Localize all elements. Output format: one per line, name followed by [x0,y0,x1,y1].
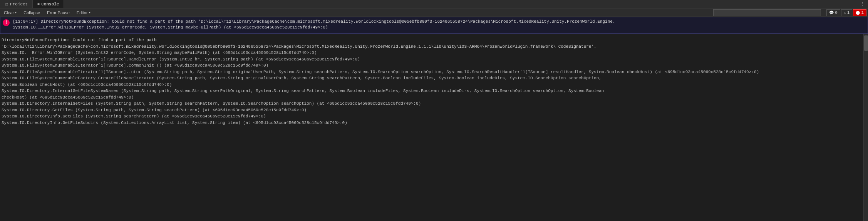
log-line: System.Boolean checkHost) (at <695d1cc93… [2,82,862,88]
scrollbar-thumb[interactable] [864,35,868,51]
clear-dropdown-icon: ▾ [15,11,17,14]
clear-button[interactable]: Clear ▾ [2,9,19,16]
log-line: System.IO.Directory.GetFiles (System.Str… [2,107,862,114]
log-area[interactable]: DirectoryNotFoundException: Could not fi… [0,34,863,221]
warn-icon: ⚠ [844,10,846,15]
warn-badge[interactable]: ⚠ 1 [841,9,853,16]
info-badge[interactable]: 💬 0 [826,9,840,16]
log-line: System.IO.Directory.InternalGetFileSyste… [2,88,862,94]
badge-group: 💬 0 ⚠ 1 ⬤ 1 [826,9,866,16]
error-line-2: System.IO.__Error.WinIOError (System.Int… [13,25,865,30]
more-options-button[interactable]: ⋮ [856,1,868,7]
log-line: DirectoryNotFoundException: Could not fi… [2,37,862,44]
error-badge[interactable]: ⬤ 1 [853,9,866,16]
error-bar-icon: ! [3,19,10,26]
more-icon: ⋮ [860,1,865,7]
log-line: System.IO.__Error.WinIOError (System.Int… [2,50,862,56]
log-line: System.IO.FileSystemEnumerableFactory.Cr… [2,75,862,82]
vertical-scrollbar[interactable] [863,34,868,221]
collapse-button[interactable]: Collapse [21,9,42,16]
error-icon: ⬤ [856,10,860,15]
tab-project-label: Project [10,2,28,7]
log-line: 'D:\local\T12\Library\PackageCache\com.m… [2,44,862,50]
editor-dropdown-icon: ▾ [89,11,90,14]
error-line-1: [13:04:17] DirectoryNotFoundException: C… [13,19,865,25]
log-line: System.IO.DirectoryInfo.GetFiles (System… [2,113,862,120]
log-line: System.IO.Directory.InternalGetFiles (Sy… [2,100,862,107]
log-line: System.IO.FileSystemEnumerableIterator`1… [2,69,862,75]
clear-label: Clear [4,10,14,15]
info-icon: 💬 [829,10,834,15]
tab-bar: 🗂 Project ≡ Console ⋮ [0,0,868,8]
search-input[interactable] [713,9,821,16]
error-pause-label: Error Pause [47,10,70,15]
editor-label: Editor [77,10,88,15]
error-bar-text: [13:04:17] DirectoryNotFoundException: C… [13,19,865,31]
error-notification-bar[interactable]: ! [13:04:17] DirectoryNotFoundException:… [0,17,868,34]
error-count: 1 [861,10,864,15]
info-count: 0 [835,10,838,15]
project-icon: 🗂 [5,2,8,7]
editor-button[interactable]: Editor ▾ [74,9,93,16]
tab-project[interactable]: 🗂 Project [0,0,33,8]
collapse-label: Collapse [23,10,40,15]
tab-console[interactable]: ≡ Console [33,0,64,8]
search-area [713,9,821,16]
log-line: System.IO.DirectoryInfo.GetFileSubdirs (… [2,120,862,126]
content-area: DirectoryNotFoundException: Could not fi… [0,34,868,221]
log-line: checkHost) (at <695d1cc93cca45069c528c15… [2,94,862,101]
tab-console-label: Console [41,2,59,7]
console-toolbar: Clear ▾ Collapse Error Pause Editor ▾ 💬 … [0,8,868,17]
console-icon: ≡ [37,2,40,6]
error-pause-button[interactable]: Error Pause [45,9,72,16]
warn-count: 1 [847,10,850,15]
log-line: System.IO.FileSystemEnumerableIterator`1… [2,62,862,69]
log-line: System.IO.FileSystemEnumerableIterator`1… [2,56,862,63]
